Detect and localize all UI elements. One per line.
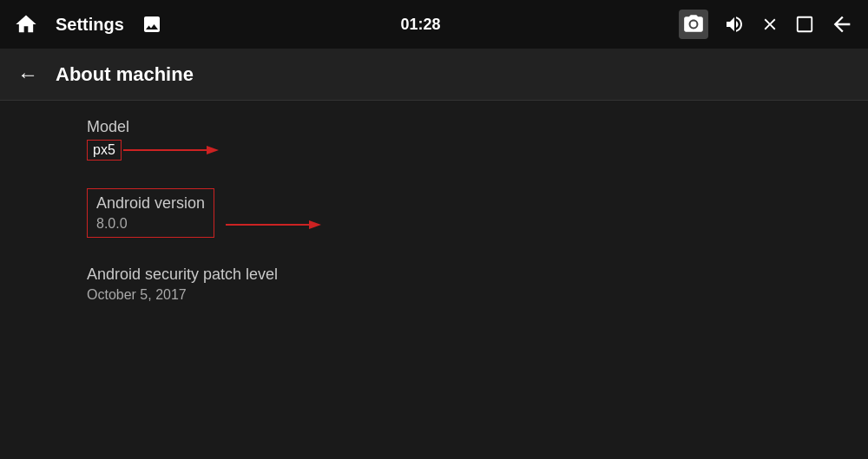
window-icon[interactable] <box>795 15 814 34</box>
volume-icon[interactable] <box>724 14 745 35</box>
back-button[interactable]: ← <box>17 62 38 87</box>
security-patch-value: October 5, 2017 <box>87 287 781 303</box>
status-bar-center: 01:28 <box>400 16 440 34</box>
close-icon[interactable] <box>760 15 779 34</box>
status-bar: Settings 01:28 <box>0 0 868 49</box>
android-version-value: 8.0.0 <box>96 216 128 232</box>
model-section: Model px5 <box>87 118 781 161</box>
sub-header: ← About machine <box>0 49 868 101</box>
svg-marker-2 <box>207 146 219 154</box>
android-version-section: Android version 8.0.0 <box>87 188 781 238</box>
camera-icon[interactable] <box>679 10 708 39</box>
content-area: Model px5 Android version 8.0.0 Androi <box>0 101 868 344</box>
model-value: px5 <box>87 140 122 161</box>
status-bar-left: Settings <box>14 12 162 36</box>
model-label: Model <box>87 118 781 136</box>
android-version-label: Android version <box>96 194 205 213</box>
back-icon[interactable] <box>830 12 854 36</box>
image-icon[interactable] <box>141 14 162 35</box>
settings-title: Settings <box>56 15 124 35</box>
android-version-arrow <box>226 217 321 233</box>
svg-marker-4 <box>309 220 321 229</box>
page-title: About machine <box>56 63 194 86</box>
security-patch-section: Android security patch level October 5, … <box>87 266 781 303</box>
clock: 01:28 <box>400 16 440 34</box>
svg-rect-0 <box>798 17 812 32</box>
status-bar-right <box>679 10 854 39</box>
home-icon[interactable] <box>14 12 38 36</box>
security-patch-label: Android security patch level <box>87 266 781 284</box>
model-arrow <box>123 142 219 158</box>
